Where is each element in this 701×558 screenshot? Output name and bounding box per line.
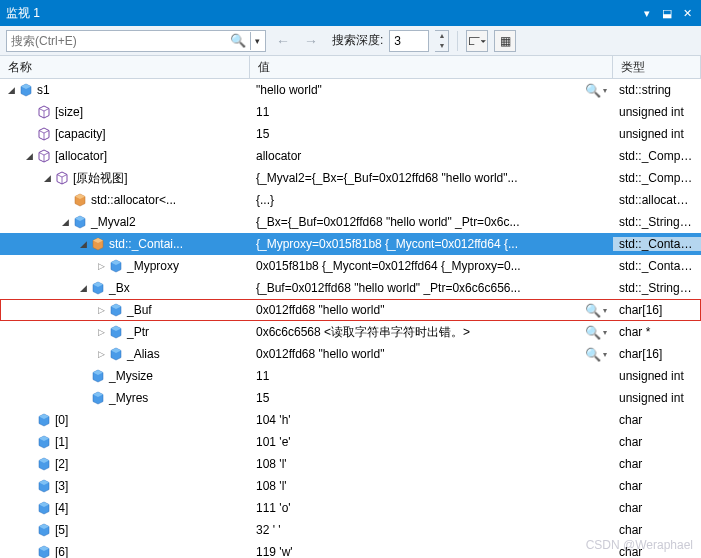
visualizer-dropdown-icon[interactable]: ▾ (603, 328, 607, 337)
table-row[interactable]: _Mysize11unsigned int (0, 365, 701, 387)
table-row[interactable]: _Alias0x012ffd68 "hello world"🔍▾char[16] (0, 343, 701, 365)
cell-name[interactable]: _Bx (0, 281, 250, 295)
magnifier-icon[interactable]: 🔍 (585, 325, 601, 340)
expander-icon[interactable] (60, 217, 71, 228)
cell-name[interactable]: [allocator] (0, 149, 250, 163)
visualizer-dropdown-icon[interactable]: ▾ (603, 350, 607, 359)
cell-name[interactable]: [capacity] (0, 127, 250, 141)
cell-value[interactable]: 15 (250, 127, 613, 141)
cell-value[interactable]: 11 (250, 105, 613, 119)
expander-icon[interactable] (78, 283, 89, 294)
depth-input[interactable] (389, 30, 429, 52)
filter-icon[interactable]: ⫍▾ (466, 30, 488, 52)
expander-icon[interactable] (24, 151, 35, 162)
table-row[interactable]: [3]108 'l'char (0, 475, 701, 497)
cell-value[interactable]: "hello world"🔍▾ (250, 83, 613, 98)
header-type[interactable]: 类型 (613, 56, 701, 78)
cell-value[interactable]: 0x015f81b8 {_Mycont=0x012ffd64 {_Myproxy… (250, 259, 613, 273)
visualizer-dropdown-icon[interactable]: ▾ (603, 86, 607, 95)
expander-icon[interactable] (6, 85, 17, 96)
cell-name[interactable]: _Ptr (0, 325, 250, 339)
table-row[interactable]: [5]32 ' 'char (0, 519, 701, 541)
expander-icon[interactable] (78, 239, 89, 250)
header-name[interactable]: 名称 (0, 56, 250, 78)
table-row[interactable]: [原始视图]{_Myval2={_Bx={_Buf=0x012ffd68 "he… (0, 167, 701, 189)
cell-name[interactable]: s1 (0, 83, 250, 97)
cell-name[interactable]: [5] (0, 523, 250, 537)
expander-icon[interactable] (42, 173, 53, 184)
cell-value[interactable]: {_Myval2={_Bx={_Buf=0x012ffd68 "hello wo… (250, 171, 613, 185)
table-row[interactable]: [0]104 'h'char (0, 409, 701, 431)
cell-name[interactable]: [原始视图] (0, 170, 250, 187)
table-row[interactable]: [6]119 'w'char (0, 541, 701, 558)
magnifier-icon[interactable]: 🔍 (585, 303, 601, 318)
watch-tree[interactable]: s1"hello world"🔍▾std::string[size]11unsi… (0, 79, 701, 558)
magnifier-icon[interactable]: 🔍 (585, 347, 601, 362)
close-icon[interactable]: ✕ (679, 5, 695, 21)
table-row[interactable]: [size]11unsigned int (0, 101, 701, 123)
cell-value[interactable]: {_Myproxy=0x015f81b8 {_Mycont=0x012ffd64… (250, 237, 613, 251)
cell-name[interactable]: _Alias (0, 347, 250, 361)
visualizer-dropdown-icon[interactable]: ▾ (603, 306, 607, 315)
table-row[interactable]: [1]101 'e'char (0, 431, 701, 453)
cell-value[interactable]: 0x012ffd68 "hello world"🔍▾ (250, 347, 613, 362)
cell-name[interactable]: _Myval2 (0, 215, 250, 229)
cell-name[interactable]: [4] (0, 501, 250, 515)
grid-icon[interactable]: ▦ (494, 30, 516, 52)
table-row[interactable]: _Bx{_Buf=0x012ffd68 "hello world" _Ptr=0… (0, 277, 701, 299)
search-dropdown-icon[interactable]: ▾ (250, 32, 264, 50)
cell-value[interactable]: 15 (250, 391, 613, 405)
cell-value[interactable]: 11 (250, 369, 613, 383)
header-value[interactable]: 值 (250, 56, 613, 78)
cell-value[interactable]: 0x6c6c6568 <读取字符串字符时出错。>🔍▾ (250, 324, 613, 341)
magnifier-icon[interactable]: 🔍 (585, 83, 601, 98)
table-row[interactable]: std::allocator<...{...}std::allocator... (0, 189, 701, 211)
cell-name[interactable]: _Mysize (0, 369, 250, 383)
cell-name[interactable]: [0] (0, 413, 250, 427)
cell-value[interactable]: 32 ' ' (250, 523, 613, 537)
chevron-down-icon[interactable]: ▼ (435, 41, 448, 51)
cell-name[interactable]: [6] (0, 545, 250, 558)
table-row[interactable]: [capacity]15unsigned int (0, 123, 701, 145)
cell-name[interactable]: [1] (0, 435, 250, 449)
cell-value[interactable]: {_Bx={_Buf=0x012ffd68 "hello world" _Ptr… (250, 215, 613, 229)
table-row[interactable]: _Myres15unsigned int (0, 387, 701, 409)
cell-name[interactable]: [2] (0, 457, 250, 471)
chevron-up-icon[interactable]: ▲ (435, 31, 448, 41)
table-row[interactable]: [allocator]allocatorstd::_Compres... (0, 145, 701, 167)
cell-value[interactable]: 101 'e' (250, 435, 613, 449)
cell-value[interactable]: {...} (250, 193, 613, 207)
cell-name[interactable]: _Myres (0, 391, 250, 405)
cell-value[interactable]: 119 'w' (250, 545, 613, 558)
cell-value[interactable]: 111 'o' (250, 501, 613, 515)
expander-icon[interactable] (96, 261, 107, 272)
search-prev-button[interactable]: ← (272, 30, 294, 52)
table-row[interactable]: std::_Contai...{_Myproxy=0x015f81b8 {_My… (0, 233, 701, 255)
pin-icon[interactable]: ⬓ (659, 5, 675, 21)
dropdown-icon[interactable]: ▾ (639, 5, 655, 21)
cell-name[interactable]: [size] (0, 105, 250, 119)
cell-value[interactable]: 104 'h' (250, 413, 613, 427)
expander-icon[interactable] (96, 327, 107, 338)
expander-icon[interactable] (96, 349, 107, 360)
table-row[interactable]: _Buf0x012ffd68 "hello world"🔍▾char[16] (0, 299, 701, 321)
search-input[interactable] (6, 30, 266, 52)
cell-value[interactable]: {_Buf=0x012ffd68 "hello world" _Ptr=0x6c… (250, 281, 613, 295)
cell-value[interactable]: 108 'l' (250, 457, 613, 471)
table-row[interactable]: [2]108 'l'char (0, 453, 701, 475)
cell-value[interactable]: 108 'l' (250, 479, 613, 493)
cell-name[interactable]: _Myproxy (0, 259, 250, 273)
cell-name[interactable]: _Buf (0, 303, 250, 317)
cell-name[interactable]: std::allocator<... (0, 193, 250, 207)
cell-name[interactable]: [3] (0, 479, 250, 493)
cell-name[interactable]: std::_Contai... (0, 237, 250, 251)
table-row[interactable]: [4]111 'o'char (0, 497, 701, 519)
depth-spinner[interactable]: ▲▼ (435, 30, 449, 52)
cell-value[interactable]: allocator (250, 149, 613, 163)
table-row[interactable]: _Myval2{_Bx={_Buf=0x012ffd68 "hello worl… (0, 211, 701, 233)
table-row[interactable]: s1"hello world"🔍▾std::string (0, 79, 701, 101)
expander-icon[interactable] (96, 305, 107, 316)
cell-value[interactable]: 0x012ffd68 "hello world"🔍▾ (250, 303, 613, 318)
table-row[interactable]: _Ptr0x6c6c6568 <读取字符串字符时出错。>🔍▾char * (0, 321, 701, 343)
search-next-button[interactable]: → (300, 30, 322, 52)
